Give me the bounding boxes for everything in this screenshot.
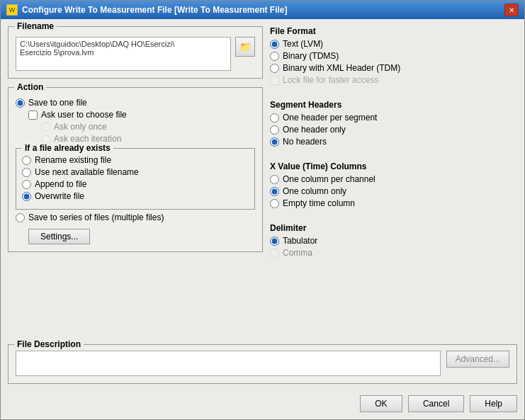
no-headers-label[interactable]: No headers: [283, 137, 327, 147]
save-one-file-label[interactable]: Save to one file: [28, 98, 87, 108]
tabulator-row: Tabulator: [270, 236, 517, 246]
text-lvm-label[interactable]: Text (LVM): [283, 39, 323, 49]
overwrite-row: Overwrite file: [22, 191, 249, 201]
file-format-title: File Format: [270, 26, 517, 36]
action-group-label: Action: [14, 82, 46, 92]
one-per-segment-label[interactable]: One header per segment: [283, 113, 377, 123]
binary-xml-row: Binary with XML Header (TDM): [270, 63, 517, 73]
save-one-file-row: Save to one file: [16, 98, 255, 108]
binary-xml-label[interactable]: Binary with XML Header (TDM): [283, 63, 400, 73]
tabulator-radio[interactable]: [270, 237, 279, 246]
title-controls: ✕: [504, 4, 519, 16]
left-panel: Filename 📁 Action Save to one file: [8, 26, 263, 339]
comma-radio[interactable]: [270, 249, 279, 258]
segment-headers-title: Segment Headers: [270, 100, 517, 110]
use-next-row: Use next available filename: [22, 167, 249, 177]
cancel-button[interactable]: Cancel: [408, 395, 464, 412]
binary-tdms-label[interactable]: Binary (TDMS): [283, 51, 339, 61]
save-series-radio[interactable]: [16, 213, 25, 222]
file-description-input[interactable]: [16, 351, 441, 376]
one-per-channel-row: One column per channel: [270, 174, 517, 184]
segment-headers-section: Segment Headers One header per segment O…: [270, 100, 517, 149]
delimiter-section: Delimiter Tabulator Comma: [270, 223, 517, 260]
use-next-radio[interactable]: [22, 168, 31, 177]
empty-time-label[interactable]: Empty time column: [283, 198, 355, 208]
tabulator-label[interactable]: Tabulator: [283, 236, 317, 246]
one-column-only-radio[interactable]: [270, 187, 279, 196]
save-series-row: Save to series of files (multiple files): [16, 212, 255, 222]
save-series-label[interactable]: Save to series of files (multiple files): [28, 212, 164, 222]
overwrite-label[interactable]: Overwrite file: [35, 191, 84, 201]
ask-user-checkbox[interactable]: [28, 110, 38, 120]
one-header-only-label[interactable]: One header only: [283, 125, 346, 135]
comma-label: Comma: [283, 248, 312, 258]
settings-button[interactable]: Settings...: [28, 229, 90, 244]
title-bar-left: W Configure Write To Measurement File [W…: [6, 4, 288, 16]
filename-input[interactable]: [16, 37, 231, 71]
ask-only-once-row: Ask only once: [41, 122, 255, 132]
use-next-label[interactable]: Use next available filename: [35, 167, 139, 177]
ask-only-once-label: Ask only once: [54, 122, 107, 132]
window-title: Configure Write To Measurement File [Wri…: [22, 5, 288, 15]
one-header-only-radio[interactable]: [270, 125, 279, 135]
ask-each-row: Ask each iteration: [41, 134, 255, 144]
binary-xml-radio[interactable]: [270, 64, 279, 73]
file-description-group: File Description Advanced...: [8, 344, 517, 384]
one-column-only-row: One column only: [270, 186, 517, 196]
action-group: Action Save to one file Ask user to choo…: [8, 87, 263, 252]
rename-radio[interactable]: [22, 156, 31, 165]
advanced-button[interactable]: Advanced...: [446, 351, 509, 368]
append-row: Append to file: [22, 179, 249, 189]
append-label[interactable]: Append to file: [35, 179, 86, 189]
filename-group: Filename 📁: [8, 26, 263, 79]
x-value-section: X Value (Time) Columns One column per ch…: [270, 161, 517, 210]
file-description-label: File Description: [14, 339, 84, 349]
content-area: Filename 📁 Action Save to one file: [1, 19, 524, 391]
ok-button[interactable]: OK: [360, 395, 402, 412]
binary-tdms-radio[interactable]: [270, 52, 279, 61]
overwrite-radio[interactable]: [22, 192, 31, 201]
ask-each-radio[interactable]: [41, 135, 50, 144]
text-lvm-radio[interactable]: [270, 40, 279, 49]
ask-each-label: Ask each iteration: [54, 134, 121, 144]
comma-row: Comma: [270, 248, 517, 258]
folder-button[interactable]: 📁: [235, 37, 255, 57]
ask-user-row: Ask user to choose file: [28, 110, 255, 120]
lock-file-row: Lock file for faster access: [270, 75, 517, 85]
right-panel: File Format Text (LVM) Binary (TDMS) Bin…: [270, 26, 517, 339]
x-value-title: X Value (Time) Columns: [270, 161, 517, 171]
save-one-file-radio[interactable]: [16, 98, 25, 108]
help-button[interactable]: Help: [470, 395, 517, 412]
lock-file-checkbox[interactable]: [270, 76, 279, 85]
filename-box: 📁: [16, 37, 255, 71]
empty-time-row: Empty time column: [270, 198, 517, 208]
one-per-segment-row: One header per segment: [270, 113, 517, 123]
delimiter-title: Delimiter: [270, 223, 517, 233]
window-icon: W: [6, 4, 18, 16]
no-headers-row: No headers: [270, 137, 517, 147]
if-exists-group: If a file already exists Rename existing…: [16, 148, 255, 210]
file-format-section: File Format Text (LVM) Binary (TDMS) Bin…: [270, 26, 517, 87]
rename-label[interactable]: Rename existing file: [35, 155, 111, 165]
main-window: W Configure Write To Measurement File [W…: [0, 0, 525, 420]
if-exists-label: If a file already exists: [22, 143, 113, 153]
no-headers-radio[interactable]: [270, 137, 279, 147]
title-bar: W Configure Write To Measurement File [W…: [1, 1, 524, 19]
append-radio[interactable]: [22, 180, 31, 189]
lock-file-label: Lock file for faster access: [283, 75, 378, 85]
ask-only-once-radio[interactable]: [41, 123, 50, 132]
text-lvm-row: Text (LVM): [270, 39, 517, 49]
binary-tdms-row: Binary (TDMS): [270, 51, 517, 61]
main-row: Filename 📁 Action Save to one file: [8, 26, 517, 339]
one-header-only-row: One header only: [270, 125, 517, 135]
filename-group-label: Filename: [14, 21, 57, 31]
bottom-bar: OK Cancel Help: [1, 391, 524, 419]
one-per-channel-label[interactable]: One column per channel: [283, 174, 376, 184]
one-per-channel-radio[interactable]: [270, 175, 279, 184]
close-button[interactable]: ✕: [504, 4, 519, 16]
one-column-only-label[interactable]: One column only: [283, 186, 346, 196]
one-per-segment-radio[interactable]: [270, 113, 279, 123]
rename-row: Rename existing file: [22, 155, 249, 165]
empty-time-radio[interactable]: [270, 199, 279, 208]
ask-user-label[interactable]: Ask user to choose file: [41, 110, 127, 120]
